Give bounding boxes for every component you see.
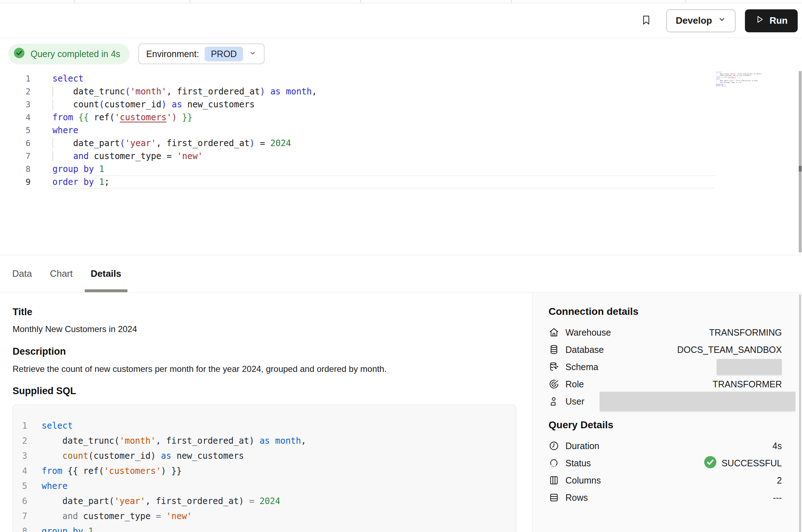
detail-value: 2 xyxy=(777,475,782,486)
scrollbar-marker xyxy=(799,166,802,172)
code-text: and customer_type = 'new' xyxy=(52,150,715,163)
editor-scrollbar[interactable] xyxy=(799,71,802,252)
line-number: 9 xyxy=(0,176,31,188)
schema-row: Schema xyxy=(549,358,782,375)
details-panel: Title Monthly New Customers in 2024 Desc… xyxy=(0,293,532,532)
query-details-rows: Duration4sStatusSUCCESSFULColumns2Rows--… xyxy=(549,437,782,506)
develop-button[interactable]: Develop xyxy=(666,9,736,32)
code-line[interactable]: 2 date_trunc('month', first_ordered_at) … xyxy=(0,85,802,98)
detail-label: User xyxy=(565,396,584,407)
redacted-value xyxy=(717,359,782,375)
panel-scrollbar[interactable] xyxy=(799,294,801,532)
tab-divider xyxy=(190,0,190,3)
line-number: 6 xyxy=(13,494,27,509)
results-tab-bar: DataChartDetails xyxy=(0,255,802,293)
detail-label: Role xyxy=(565,379,584,389)
spinner-icon xyxy=(549,458,559,468)
code-text: order by 1; xyxy=(716,85,726,87)
supplied-sql-lines: 1select2 date_trunc('month', first_order… xyxy=(13,418,516,532)
database-row: DatabaseDOCS_TEAM_SANDBOX xyxy=(549,341,782,358)
bookmark-button[interactable] xyxy=(638,13,654,29)
user-icon xyxy=(549,396,559,407)
code-text: and customer_type = 'new' xyxy=(42,509,192,524)
code-line[interactable]: 6 date_part('year', first_ordered_at) = … xyxy=(0,137,802,150)
code-line[interactable]: 7 and customer_type = 'new' xyxy=(0,150,802,163)
sql-editor[interactable]: 1select2 date_trunc('month', first_order… xyxy=(0,72,802,253)
status-row: StatusSUCCESSFUL xyxy=(549,454,782,472)
code-text: date_trunc('month', first_ordered_at) as… xyxy=(52,85,715,98)
detail-value: TRANSFORMER xyxy=(713,379,782,389)
tab-divider xyxy=(74,0,75,3)
code-line[interactable]: 1select xyxy=(13,418,516,433)
detail-label: Rows xyxy=(565,493,588,503)
code-text: where xyxy=(42,479,67,494)
detail-label: Duration xyxy=(565,441,600,451)
code-line[interactable]: 7 and customer_type = 'new' xyxy=(13,509,516,524)
code-line[interactable]: 3 count(customer_id) as new_customers xyxy=(0,98,802,111)
develop-button-label: Develop xyxy=(676,15,712,26)
toolbar: Develop Run xyxy=(0,4,802,38)
line-number: 2 xyxy=(13,433,27,448)
tab-divider xyxy=(685,0,686,3)
environment-label: Environment: xyxy=(146,49,199,59)
tab-divider xyxy=(360,0,361,3)
code-text: count(customer_id) as new_customers xyxy=(52,98,715,111)
code-line[interactable]: 2 date_trunc('month', first_ordered_at) … xyxy=(13,433,516,448)
tab-details[interactable]: Details xyxy=(91,255,121,292)
code-line[interactable]: 9order by 1; xyxy=(716,85,760,87)
status-row: Query completed in 4s Environment: PROD xyxy=(8,43,265,64)
code-text: group by 1 xyxy=(42,524,94,532)
top-tab-strip xyxy=(0,0,802,3)
detail-label: Status xyxy=(565,458,591,468)
columns-icon xyxy=(549,475,559,486)
bookmark-icon xyxy=(640,14,652,27)
rows-icon xyxy=(549,492,559,503)
success-check-icon xyxy=(704,456,717,471)
supplied-sql-heading: Supplied SQL xyxy=(13,386,532,397)
code-line[interactable]: 6 date_part('year', first_ordered_at) = … xyxy=(13,494,516,509)
code-line[interactable]: 4from {{ ref('customers') }} xyxy=(13,463,516,479)
code-line[interactable]: 5where xyxy=(13,479,516,494)
code-line[interactable]: 8group by 1 xyxy=(13,524,516,532)
environment-value-pill: PROD xyxy=(205,47,243,61)
title-value: Monthly New Customers in 2024 xyxy=(13,324,532,334)
warehouse-icon xyxy=(549,327,559,338)
code-line[interactable]: 4from {{ ref('customers') }} xyxy=(0,111,802,124)
code-line[interactable]: 9order by 1; xyxy=(0,176,802,188)
run-button-label: Run xyxy=(769,15,788,26)
play-icon xyxy=(755,15,764,27)
connection-details-heading: Connection details xyxy=(549,306,782,317)
description-value: Retrieve the count of new customers per … xyxy=(13,364,532,374)
detail-value: DOCS_TEAM_SANDBOX xyxy=(677,345,782,355)
code-line[interactable]: 8group by 1 xyxy=(0,163,802,176)
tab-data[interactable]: Data xyxy=(12,255,32,292)
code-text: select xyxy=(42,418,73,433)
connection-panel: Connection details WarehouseTRANSFORMING… xyxy=(532,293,802,532)
code-line[interactable]: 1select xyxy=(0,72,802,85)
code-line[interactable]: 5where xyxy=(0,124,802,137)
environment-select[interactable]: Environment: PROD xyxy=(138,43,265,64)
tab-chart[interactable]: Chart xyxy=(50,255,73,292)
rows-row: Rows--- xyxy=(549,489,782,506)
code-text: from {{ ref('customers') }} xyxy=(42,463,182,479)
line-number: 3 xyxy=(13,448,27,463)
line-number: 5 xyxy=(13,479,27,494)
supplied-sql-block: 1select2 date_trunc('month', first_order… xyxy=(13,405,516,532)
status-value: SUCCESSFUL xyxy=(722,458,782,468)
editor-minimap[interactable]: 1select2 date_trunc('month', first_order… xyxy=(716,71,781,93)
schema-icon xyxy=(549,361,559,372)
user-row: User xyxy=(549,393,782,410)
line-number: 7 xyxy=(13,509,27,524)
line-number: 5 xyxy=(0,124,31,137)
detail-label: Columns xyxy=(565,475,601,486)
detail-value: TRANSFORMING xyxy=(709,327,782,338)
clock-icon xyxy=(549,440,559,451)
title-heading: Title xyxy=(13,307,532,318)
check-circle-icon xyxy=(13,47,25,61)
run-button[interactable]: Run xyxy=(745,9,798,32)
code-text: count(customer_id) as new_customers xyxy=(42,448,244,463)
code-line[interactable]: 3 count(customer_id) as new_customers xyxy=(13,448,516,463)
line-number: 2 xyxy=(0,85,31,98)
warehouse-row: WarehouseTRANSFORMING xyxy=(549,324,782,341)
chevron-down-icon xyxy=(249,49,257,59)
